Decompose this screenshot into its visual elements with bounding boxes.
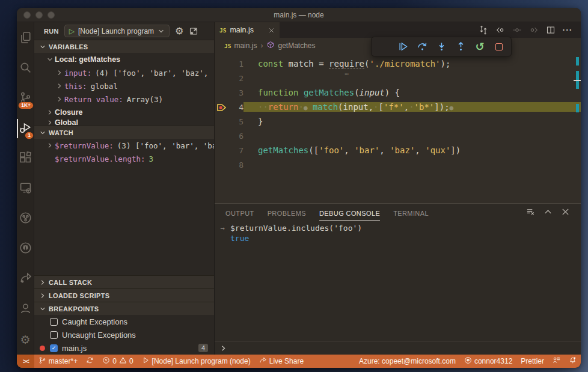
status-formatter[interactable]: Prettier [516, 355, 548, 368]
code-line[interactable]: 7getMatches(['foo', 'bar', 'baz', 'qux']… [215, 143, 581, 157]
code-line[interactable]: 8 [215, 157, 581, 172]
chevron-right-icon[interactable] [45, 142, 55, 149]
close-panel-icon[interactable] [561, 207, 570, 219]
continue-button[interactable] [394, 38, 411, 55]
maximize-panel-icon[interactable] [544, 207, 553, 219]
panel-tab-debug-console[interactable]: DEBUG CONSOLE [319, 206, 380, 221]
status-problems[interactable]: 00 [98, 355, 137, 368]
more-actions-icon[interactable]: ··· [560, 25, 575, 35]
line-number[interactable]: 3 [228, 88, 243, 97]
watch-section-header[interactable]: WATCH [34, 126, 214, 139]
code-line[interactable]: 5} [215, 114, 581, 129]
status-github-account[interactable]: connor4312 [460, 355, 516, 368]
title-bar[interactable]: main.js — node [17, 8, 581, 22]
activity-item-search[interactable] [17, 53, 34, 84]
nav-forward-icon[interactable] [527, 25, 541, 35]
activity-item-network[interactable] [17, 204, 34, 234]
breakpoint-checkbox[interactable] [50, 318, 58, 326]
activity-item-explorer[interactable] [17, 23, 34, 53]
variable-row[interactable]: $returnValue.length:3 [34, 152, 214, 165]
activity-item-live-share[interactable] [17, 264, 34, 294]
step-into-button[interactable] [433, 38, 450, 55]
activity-item-remote-explorer[interactable] [17, 174, 34, 204]
chevron-right-icon[interactable] [39, 279, 46, 286]
section-header-call-stack[interactable]: CALL STACK [34, 275, 214, 288]
code-line[interactable]: 1const match = require('./micromatch'); [215, 56, 581, 71]
breakpoint-checkbox[interactable] [50, 331, 58, 339]
code-line[interactable]: 4··return·● match(input,·['f*',·'b*']);● [215, 100, 581, 114]
line-number[interactable]: 1 [228, 59, 243, 69]
overview-ruler[interactable] [574, 53, 581, 203]
variable-row[interactable]: input:(4) ['foo', 'bar', 'baz', 'qux'] [34, 66, 214, 79]
scope-row[interactable]: Closure [34, 106, 214, 119]
panel-tab-output[interactable]: OUTPUT [225, 206, 254, 220]
chevron-right-icon[interactable] [45, 109, 55, 116]
activity-item-source-control[interactable]: 1K+ [17, 84, 34, 114]
debug-console-icon[interactable] [189, 26, 198, 36]
variables-section-header[interactable]: VARIABLES [34, 40, 214, 53]
restart-button[interactable]: ↺ [471, 38, 488, 55]
breadcrumb-item[interactable]: JSmain.js [224, 41, 257, 50]
step-over-button[interactable] [414, 38, 430, 55]
line-number[interactable]: 5 [228, 117, 243, 126]
nav-current-icon[interactable] [510, 25, 524, 35]
clear-console-icon[interactable] [526, 207, 535, 219]
breadcrumb-item[interactable]: getMatches [266, 41, 315, 51]
activity-item-settings[interactable]: ⚙ [17, 325, 34, 355]
code-line[interactable]: 2 [215, 71, 581, 85]
chevron-down-icon[interactable] [45, 56, 55, 63]
chevron-right-icon[interactable] [39, 292, 46, 299]
debug-console-output[interactable]: →$returnValue.includes('foo')true [215, 222, 581, 341]
nav-back-icon[interactable] [493, 25, 507, 35]
breakpoint-row[interactable]: ✓main.js4 [34, 341, 214, 355]
scope-row[interactable]: Local: getMatches [34, 53, 214, 66]
tab-main-js[interactable]: JS main.js [215, 22, 280, 38]
chevron-right-icon[interactable] [45, 119, 55, 126]
chevron-right-icon[interactable] [55, 82, 64, 90]
line-number[interactable]: 8 [228, 160, 243, 169]
activity-item-github[interactable] [17, 234, 34, 264]
stop-button[interactable] [491, 38, 507, 55]
status-sync-button[interactable] [82, 355, 98, 368]
breakpoint-checkbox[interactable]: ✓ [50, 344, 58, 352]
breakpoint-row[interactable]: Uncaught Exceptions [34, 328, 214, 341]
editor-group: JS main.js ··· JSmain.js›getMatches ↺ 1c… [215, 22, 581, 355]
breakpoint-row[interactable]: Caught Exceptions [34, 315, 214, 328]
line-number[interactable]: 6 [228, 132, 243, 141]
close-tab-icon[interactable] [268, 27, 275, 34]
line-number[interactable]: 4 [228, 103, 243, 112]
code-line[interactable]: 6 [215, 129, 581, 143]
breakpoints-section-header[interactable]: BREAKPOINTS [34, 302, 214, 315]
status-notifications[interactable] [565, 355, 581, 368]
launch-config-dropdown[interactable]: ▷ [Node] Launch program [64, 25, 170, 37]
status-feedback[interactable] [548, 355, 565, 368]
debug-console-input[interactable] [215, 341, 581, 355]
line-number[interactable]: 7 [228, 146, 243, 155]
chevron-right-icon[interactable] [55, 96, 64, 103]
split-editor-icon[interactable] [544, 25, 558, 35]
line-number[interactable]: 2 [228, 74, 243, 83]
status-live-share[interactable]: Live Share [255, 355, 308, 368]
start-debug-icon[interactable]: ▷ [69, 27, 75, 35]
code-line[interactable]: 3function getMatches(input) { [215, 85, 581, 100]
activity-item-run-and-debug[interactable]: 1 [17, 114, 34, 144]
status-remote-indicator[interactable]: >< [17, 355, 34, 368]
compare-changes-icon[interactable] [476, 25, 491, 35]
variable-row[interactable]: Return value:Array(3) [34, 93, 214, 106]
status-git-branch[interactable]: master*+ [34, 355, 82, 368]
chevron-right-icon[interactable] [55, 69, 64, 76]
section-header-loaded-scripts[interactable]: LOADED SCRIPTS [34, 288, 214, 302]
status-azure-account[interactable]: Azure: copeet@microsoft.com [355, 355, 460, 368]
breakpoint-gutter[interactable] [215, 103, 228, 111]
variable-row[interactable]: this:global [34, 79, 214, 93]
panel-tab-terminal[interactable]: TERMINAL [393, 206, 429, 220]
step-out-button[interactable] [452, 38, 469, 55]
panel-tab-problems[interactable]: PROBLEMS [268, 206, 306, 220]
activity-item-accounts[interactable] [17, 294, 34, 325]
configure-gear-icon[interactable]: ⚙ [175, 26, 183, 36]
code-editor[interactable]: 1const match = require('./micromatch');2… [215, 53, 581, 203]
activity-item-extensions[interactable] [17, 144, 34, 174]
status-debug-target[interactable]: [Node] Launch program (node) [138, 355, 255, 368]
variable-row[interactable]: $returnValue:(3) ['foo', 'bar', 'baz'] [34, 139, 214, 152]
scope-row[interactable]: Global [34, 119, 214, 126]
